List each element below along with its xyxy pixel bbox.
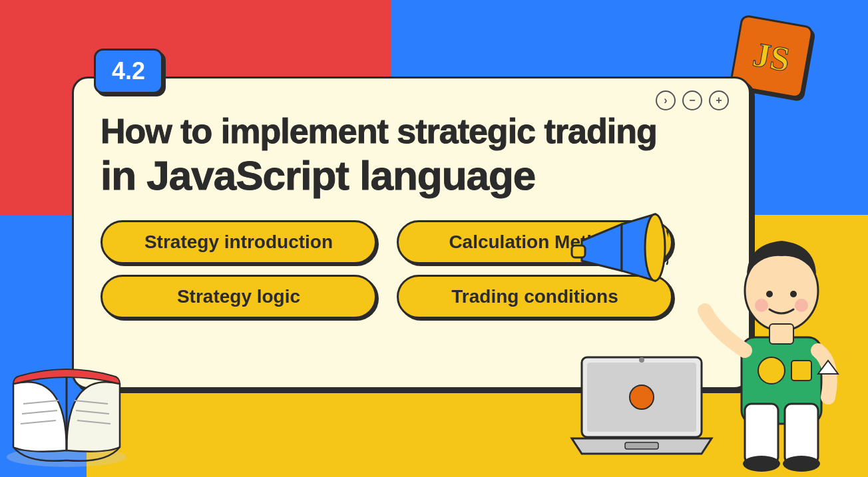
title-line1: How to implement strategic trading xyxy=(101,112,722,152)
svg-point-11 xyxy=(743,456,780,472)
svg-rect-19 xyxy=(791,361,811,381)
svg-point-12 xyxy=(783,456,820,472)
svg-point-16 xyxy=(755,299,768,312)
laptop-illustration xyxy=(568,344,715,477)
svg-rect-21 xyxy=(769,324,793,344)
svg-point-15 xyxy=(790,291,797,297)
svg-point-18 xyxy=(758,357,785,384)
tag-strategy-introduction[interactable]: Strategy introduction xyxy=(101,220,377,264)
person-illustration xyxy=(695,198,868,477)
svg-point-17 xyxy=(795,299,808,312)
svg-point-22 xyxy=(645,214,665,281)
svg-point-14 xyxy=(766,291,773,297)
svg-rect-10 xyxy=(785,404,818,464)
window-btn-expand[interactable]: + xyxy=(709,90,729,110)
svg-point-27 xyxy=(630,385,654,409)
card-title: How to implement strategic trading in Ja… xyxy=(101,112,722,199)
svg-rect-23 xyxy=(572,245,585,257)
svg-point-26 xyxy=(639,357,644,363)
window-btn-back[interactable]: › xyxy=(656,90,676,110)
version-badge: 4.2 xyxy=(94,49,163,94)
svg-rect-9 xyxy=(745,404,778,464)
svg-rect-28 xyxy=(625,442,658,449)
megaphone-illustration xyxy=(568,211,648,291)
window-btn-minimize[interactable]: − xyxy=(682,90,702,110)
book-illustration xyxy=(0,331,133,477)
js-icon-text: JS xyxy=(750,34,793,79)
tag-strategy-logic[interactable]: Strategy logic xyxy=(101,275,377,319)
title-line2: in JavaScript language xyxy=(101,152,722,199)
window-controls: › − + xyxy=(656,90,729,110)
